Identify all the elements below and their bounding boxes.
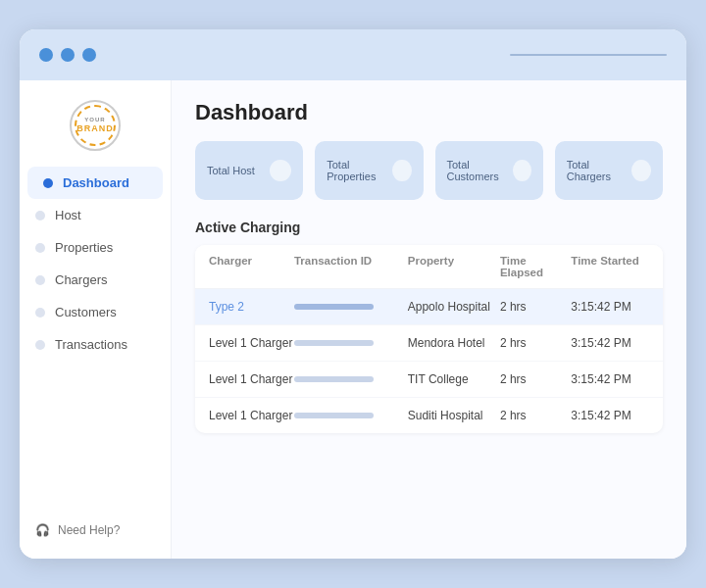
cell-started-1: 3:15:42 PM: [571, 336, 649, 350]
titlebar-line: [510, 54, 667, 56]
sidebar-label-host: Host: [55, 208, 81, 222]
stat-label-host: Total Host: [207, 165, 255, 176]
cell-property-1: Mendora Hotel: [408, 336, 500, 350]
col-header-time-elapsed: Time Elapsed: [500, 255, 571, 278]
help-icon: 🎧: [35, 523, 50, 537]
transaction-bar-3: [294, 413, 374, 418]
main-content: YOUR BRAND Dashboard Host Properties Cha…: [20, 80, 686, 559]
titlebar-dots: [39, 48, 96, 62]
cell-transaction-0: [294, 304, 408, 310]
nav-dot-chargers: [35, 275, 45, 285]
section-title-active-charging: Active Charging: [195, 220, 663, 235]
stat-card-host: Total Host: [195, 141, 303, 200]
brand-logo: YOUR BRAND: [20, 92, 171, 167]
cell-transaction-3: [294, 413, 408, 418]
nav-dot-transactions: [35, 340, 45, 350]
stat-icon-chargers: [631, 160, 651, 181]
table-header: Charger Transaction ID Property Time Ela…: [195, 245, 663, 289]
sidebar-label-transactions: Transactions: [55, 337, 127, 352]
sidebar-item-dashboard[interactable]: Dashboard: [27, 167, 163, 199]
need-help-label: Need Help?: [58, 523, 120, 537]
col-header-charger: Charger: [209, 255, 294, 278]
cell-property-3: Suditi Hospital: [408, 409, 500, 422]
content-area: Dashboard Total Host Total Properties To…: [172, 80, 686, 559]
stat-icon-properties: [392, 160, 411, 181]
cell-property-2: TIT College: [408, 372, 500, 386]
table-row[interactable]: Type 2 Appolo Hospital 2 hrs 3:15:42 PM: [195, 289, 663, 325]
sidebar-label-customers: Customers: [55, 305, 117, 319]
active-charging-table: Charger Transaction ID Property Time Ela…: [195, 245, 663, 433]
table-row[interactable]: Level 1 Charger Suditi Hospital 2 hrs 3:…: [195, 398, 663, 433]
stat-label-properties: Total Properties: [327, 159, 392, 182]
dot-2: [61, 48, 75, 62]
need-help-link[interactable]: 🎧 Need Help?: [20, 514, 171, 547]
stat-label-chargers: Total Chargers: [567, 159, 631, 182]
transaction-bar-2: [294, 376, 374, 382]
cell-elapsed-1: 2 hrs: [500, 336, 571, 350]
sidebar-item-chargers[interactable]: Chargers: [20, 264, 171, 296]
cell-started-2: 3:15:42 PM: [571, 372, 649, 386]
page-title: Dashboard: [195, 100, 663, 125]
stat-card-chargers: Total Chargers: [555, 141, 663, 200]
sidebar-label-chargers: Chargers: [55, 272, 107, 287]
cell-started-3: 3:15:42 PM: [571, 409, 649, 422]
col-header-transaction: Transaction ID: [294, 255, 408, 278]
nav-dot-host: [35, 211, 45, 220]
dot-1: [39, 48, 53, 62]
cell-charger-3: Level 1 Charger: [209, 409, 294, 422]
logo-circle: YOUR BRAND: [70, 100, 121, 151]
stat-card-customers: Total Customers: [435, 141, 543, 200]
nav-dot-properties: [35, 243, 45, 253]
sidebar-item-transactions[interactable]: Transactions: [20, 328, 171, 361]
logo-brand-text: BRAND: [76, 123, 114, 134]
col-header-time-started: Time Started: [571, 255, 649, 278]
sidebar-label-properties: Properties: [55, 240, 113, 255]
col-header-property: Property: [408, 255, 500, 278]
nav-dot-customers: [35, 308, 45, 318]
stat-icon-customers: [513, 160, 531, 181]
stats-row: Total Host Total Properties Total Custom…: [195, 141, 663, 200]
transaction-bar-1: [294, 340, 374, 346]
cell-elapsed-3: 2 hrs: [500, 409, 571, 422]
logo-your-text: YOUR: [84, 117, 105, 123]
cell-elapsed-0: 2 hrs: [500, 300, 571, 314]
stat-label-customers: Total Customers: [447, 159, 514, 182]
cell-property-0: Appolo Hospital: [408, 300, 500, 314]
dot-3: [82, 48, 96, 62]
cell-charger-2: Level 1 Charger: [209, 372, 294, 386]
nav-dot-dashboard: [43, 178, 53, 188]
cell-transaction-1: [294, 340, 408, 346]
app-window: YOUR BRAND Dashboard Host Properties Cha…: [20, 29, 686, 559]
sidebar-item-properties[interactable]: Properties: [20, 231, 171, 264]
sidebar-item-customers[interactable]: Customers: [20, 296, 171, 328]
sidebar: YOUR BRAND Dashboard Host Properties Cha…: [20, 80, 172, 559]
cell-elapsed-2: 2 hrs: [500, 372, 571, 386]
cell-charger-0: Type 2: [209, 300, 294, 314]
cell-transaction-2: [294, 376, 408, 382]
table-row[interactable]: Level 1 Charger TIT College 2 hrs 3:15:4…: [195, 362, 663, 398]
cell-charger-1: Level 1 Charger: [209, 336, 294, 350]
cell-started-0: 3:15:42 PM: [571, 300, 649, 314]
stat-icon-host: [270, 160, 291, 181]
titlebar: [20, 29, 686, 80]
stat-card-properties: Total Properties: [315, 141, 423, 200]
sidebar-item-host[interactable]: Host: [20, 199, 171, 231]
sidebar-label-dashboard: Dashboard: [63, 175, 129, 190]
table-row[interactable]: Level 1 Charger Mendora Hotel 2 hrs 3:15…: [195, 325, 663, 362]
transaction-bar-0: [294, 304, 374, 310]
